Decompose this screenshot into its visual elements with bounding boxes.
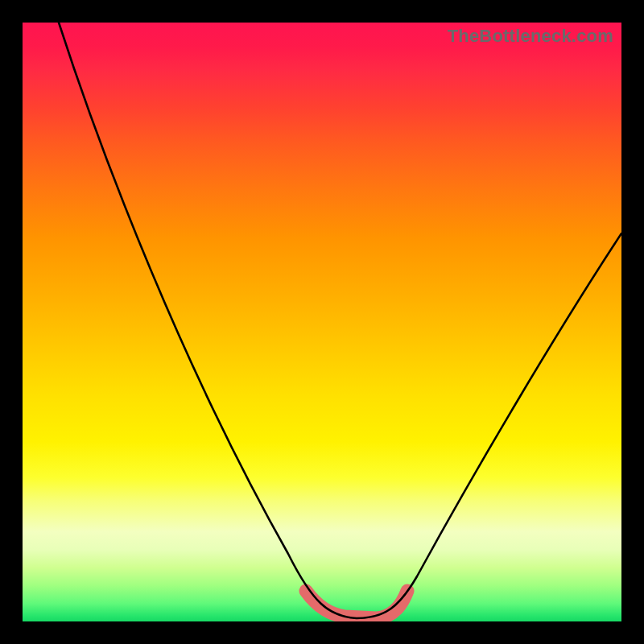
- black-curve: [59, 23, 621, 618]
- curve-layer: [23, 23, 621, 621]
- plot-area: TheBottleneck.com: [23, 23, 621, 621]
- watermark-text: TheBottleneck.com: [448, 26, 613, 47]
- chart-frame: TheBottleneck.com: [0, 0, 644, 644]
